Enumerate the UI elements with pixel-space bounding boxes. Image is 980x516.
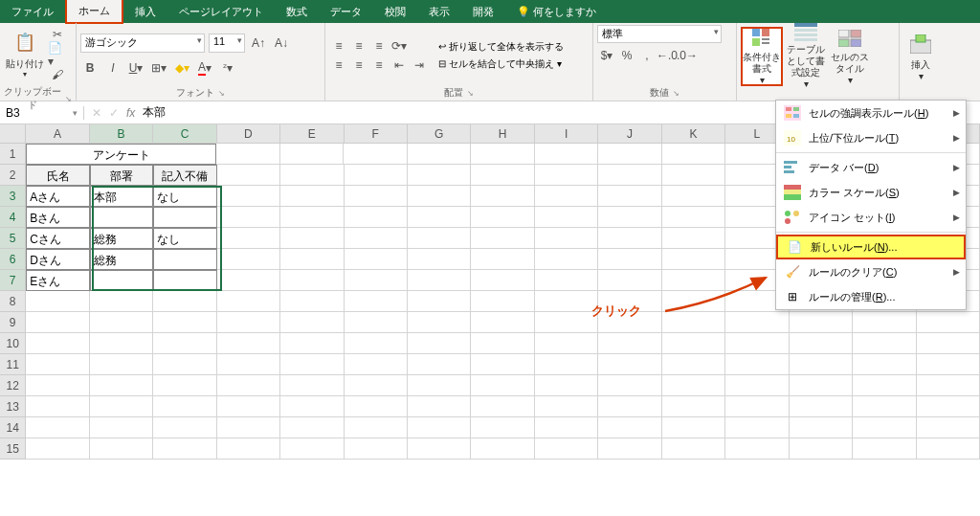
merge-center-button[interactable]: ⊟セルを結合して中央揃え ▾ xyxy=(436,56,566,73)
menu-clear-rules[interactable]: 🧹 ルールのクリア(C) ▶ xyxy=(776,259,966,284)
cell[interactable] xyxy=(90,270,153,291)
cell[interactable] xyxy=(153,270,216,291)
name-box[interactable]: B3▾ xyxy=(0,106,84,120)
cell[interactable] xyxy=(216,144,279,165)
format-painter-button[interactable]: 🖌 xyxy=(48,65,67,84)
col-header[interactable]: F xyxy=(345,124,408,143)
underline-button[interactable]: U▾ xyxy=(126,58,145,78)
fx-icon[interactable]: fx xyxy=(126,106,135,120)
phonetic-button[interactable]: ᶻ▾ xyxy=(218,58,237,78)
menu-icon-sets[interactable]: アイコン セット(I) ▶ xyxy=(776,205,966,230)
tab-developer[interactable]: 開発 xyxy=(461,1,505,23)
menu-color-scales[interactable]: カラー スケール(S) ▶ xyxy=(776,180,966,205)
font-launcher[interactable]: ↘ xyxy=(218,89,225,98)
col-header[interactable]: K xyxy=(662,124,725,143)
align-top-button[interactable]: ≡ xyxy=(329,36,348,56)
confirm-icon[interactable]: ✓ xyxy=(109,106,119,120)
cell[interactable]: Dさん xyxy=(26,249,89,270)
row-header[interactable]: 7 xyxy=(0,270,26,291)
cell[interactable]: Aさん xyxy=(26,186,89,207)
font-size-combo[interactable]: 11 xyxy=(209,34,245,53)
decrease-font-button[interactable]: A↓ xyxy=(272,34,291,53)
row-header[interactable]: 5 xyxy=(0,228,26,249)
cell[interactable]: 総務 xyxy=(90,249,153,270)
cell[interactable]: なし xyxy=(153,186,216,207)
orientation-button[interactable]: ⟳▾ xyxy=(390,36,409,56)
tab-formulas[interactable]: 数式 xyxy=(275,1,319,23)
row-header[interactable]: 10 xyxy=(0,333,26,354)
align-right-button[interactable]: ≡ xyxy=(369,56,389,75)
accounting-button[interactable]: $▾ xyxy=(597,46,616,65)
row-header[interactable]: 12 xyxy=(0,375,26,396)
cell[interactable]: Eさん xyxy=(26,270,89,291)
row-header[interactable]: 14 xyxy=(0,417,26,438)
number-format-combo[interactable]: 標準 xyxy=(597,25,722,43)
cell[interactable]: Bさん xyxy=(26,207,89,228)
indent-dec-button[interactable]: ⇤ xyxy=(390,56,409,75)
tab-file[interactable]: ファイル xyxy=(0,1,65,23)
col-header[interactable]: E xyxy=(280,124,344,143)
tellme[interactable]: 💡 何をしますか xyxy=(505,1,608,23)
col-header[interactable]: G xyxy=(408,124,471,143)
clipboard-launcher[interactable]: ↘ xyxy=(65,95,72,103)
bold-button[interactable]: B xyxy=(80,58,100,78)
italic-button[interactable]: I xyxy=(103,58,122,78)
cell[interactable]: Cさん xyxy=(26,228,89,249)
number-launcher[interactable]: ↘ xyxy=(673,89,679,98)
align-left-button[interactable]: ≡ xyxy=(329,56,348,75)
tab-insert[interactable]: 挿入 xyxy=(123,1,167,23)
align-bottom-button[interactable]: ≡ xyxy=(369,36,389,56)
comma-button[interactable]: , xyxy=(637,46,657,65)
row-header[interactable]: 1 xyxy=(0,144,26,165)
menu-data-bars[interactable]: データ バー(D) ▶ xyxy=(776,155,966,180)
menu-manage-rules[interactable]: ⊞ ルールの管理(R)... xyxy=(776,284,966,309)
wrap-text-button[interactable]: ↩折り返して全体を表示する xyxy=(436,38,566,56)
cell[interactable] xyxy=(90,207,153,228)
cell[interactable] xyxy=(153,249,216,270)
font-color-button[interactable]: A▾ xyxy=(195,58,214,78)
cell[interactable]: 総務 xyxy=(90,228,153,249)
format-as-table-button[interactable]: テーブルとして書式設定 ▾ xyxy=(785,27,827,86)
cell[interactable]: 氏名 xyxy=(26,165,89,186)
percent-button[interactable]: % xyxy=(617,46,636,65)
row-header[interactable]: 13 xyxy=(0,396,26,417)
align-center-button[interactable]: ≡ xyxy=(349,56,368,75)
cell-styles-button[interactable]: セルのスタイル ▾ xyxy=(829,27,871,86)
col-header[interactable]: D xyxy=(217,124,280,143)
increase-font-button[interactable]: A↑ xyxy=(249,34,268,53)
cancel-icon[interactable]: ✕ xyxy=(92,106,101,120)
indent-inc-button[interactable]: ⇥ xyxy=(410,56,429,75)
border-button[interactable]: ⊞▾ xyxy=(149,58,168,78)
col-header[interactable]: C xyxy=(153,124,216,143)
formula-input[interactable]: 本部 xyxy=(143,104,166,121)
col-header[interactable]: H xyxy=(471,124,534,143)
row-header[interactable]: 8 xyxy=(0,291,26,312)
increase-decimal-button[interactable]: ←.0 xyxy=(657,46,677,65)
row-header[interactable]: 9 xyxy=(0,312,26,333)
menu-top-bottom[interactable]: 10 上位/下位ルール(T) ▶ xyxy=(776,125,966,150)
cell[interactable]: 部署 xyxy=(90,165,153,186)
row-header[interactable]: 15 xyxy=(0,438,26,460)
row-header[interactable]: 6 xyxy=(0,249,26,270)
cell[interactable]: アンケート xyxy=(26,144,216,165)
align-middle-button[interactable]: ≡ xyxy=(349,36,368,56)
row-header[interactable]: 2 xyxy=(0,165,26,186)
tab-data[interactable]: データ xyxy=(319,1,373,23)
decrease-decimal-button[interactable]: .0→ xyxy=(678,46,697,65)
col-header[interactable]: A xyxy=(26,124,89,143)
insert-cells-button[interactable]: 挿入 ▾ xyxy=(903,27,938,86)
cell[interactable]: なし xyxy=(153,228,216,249)
align-launcher[interactable]: ↘ xyxy=(467,89,474,98)
tab-pagelayout[interactable]: ページレイアウト xyxy=(167,1,275,23)
fill-color-button[interactable]: ◆▾ xyxy=(172,58,191,78)
menu-new-rule[interactable]: 📄 新しいルール(N)... xyxy=(776,235,966,259)
cell[interactable]: 記入不備 xyxy=(153,165,216,186)
cell[interactable]: 本部 xyxy=(90,186,153,207)
row-header[interactable]: 11 xyxy=(0,354,26,375)
col-header[interactable]: B xyxy=(90,124,153,143)
row-header[interactable]: 4 xyxy=(0,207,26,228)
col-header[interactable]: I xyxy=(535,124,598,143)
paste-button[interactable]: 📋 貼り付け▾ xyxy=(4,25,46,84)
tab-home[interactable]: ホーム xyxy=(65,0,123,24)
copy-button[interactable]: 📄▾ xyxy=(48,45,67,64)
